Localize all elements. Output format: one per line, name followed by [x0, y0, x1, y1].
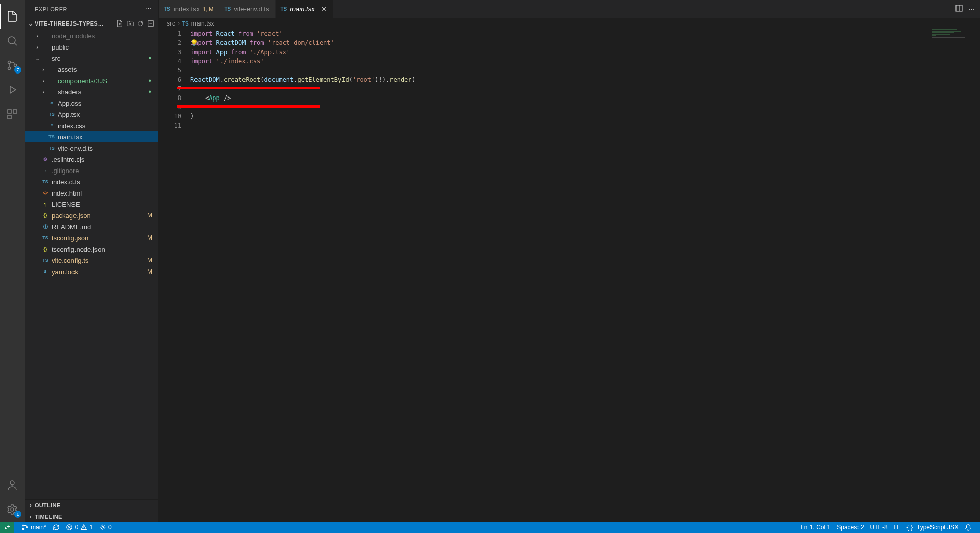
ts-icon: TS	[182, 21, 189, 27]
file-label: index.css	[58, 122, 153, 130]
breadcrumbs[interactable]: src › TS main.tsx	[159, 18, 980, 29]
status-notifications[interactable]	[962, 524, 975, 531]
file-item[interactable]: #index.css	[24, 120, 158, 131]
status-encoding[interactable]: UTF-8	[867, 524, 891, 531]
file-item[interactable]: {}package.jsonM	[24, 210, 158, 221]
file-item[interactable]: ◦.gitignore	[24, 165, 158, 176]
redaction-bar	[177, 105, 320, 108]
code-content[interactable]: import React from 'react' 💡import ReactD…	[190, 29, 980, 522]
svg-point-13	[26, 527, 28, 528]
redaction-bar	[177, 87, 320, 89]
split-editor-icon[interactable]	[955, 4, 963, 14]
file-item[interactable]: TStsconfig.jsonM	[24, 232, 158, 244]
file-label: LICENSE	[52, 201, 153, 208]
remote-indicator[interactable]	[0, 522, 14, 533]
file-label: assets	[58, 66, 153, 74]
code-editor[interactable]: 1234567891011 import React from 'react' …	[159, 29, 980, 522]
tab-label: index.tsx	[174, 5, 200, 13]
activity-account[interactable]	[0, 473, 24, 497]
status-eol[interactable]: LF	[891, 524, 904, 531]
folder-item[interactable]: ⌄src•	[24, 53, 158, 64]
chevron-right-icon: ›	[27, 513, 35, 520]
line-number: 10	[159, 112, 181, 121]
file-item[interactable]: ⓘREADME.md	[24, 221, 158, 232]
file-item[interactable]: ⬇yarn.lockM	[24, 266, 158, 277]
chevron-icon: ›	[34, 33, 41, 39]
collapse-icon[interactable]	[146, 19, 155, 28]
git-modified-indicator: M	[147, 212, 153, 219]
explorer-project-header[interactable]: ⌄ VITE-THREEJS-TYPES...	[24, 18, 158, 29]
activity-search[interactable]	[0, 29, 24, 53]
status-problems[interactable]: 0 1	[63, 524, 96, 531]
close-icon[interactable]: ✕	[320, 5, 328, 13]
tab-bar: TSindex.tsx1, MTSvite-env.d.tsTSmain.tsx…	[159, 0, 980, 18]
file-item[interactable]: TSApp.tsx	[24, 109, 158, 120]
scm-badge: 7	[14, 66, 21, 74]
file-label: main.tsx	[58, 133, 153, 141]
svg-rect-6	[8, 115, 11, 119]
activity-settings[interactable]: 1	[0, 497, 24, 522]
file-label: vite-env.d.ts	[58, 144, 153, 152]
file-icon: ⓘ	[41, 224, 50, 230]
svg-point-8	[11, 508, 14, 511]
breadcrumb-item[interactable]: main.tsx	[191, 20, 214, 27]
file-icon: ⬇	[41, 269, 50, 274]
file-icon: ◦	[41, 168, 50, 173]
tab-label: main.tsx	[290, 5, 314, 13]
file-item[interactable]: #App.css	[24, 98, 158, 109]
refresh-icon[interactable]	[136, 19, 145, 28]
file-item[interactable]: {}tsconfig.node.json	[24, 244, 158, 255]
svg-point-0	[8, 37, 15, 44]
file-item[interactable]: TSvite.config.tsM	[24, 255, 158, 266]
lightbulb-icon[interactable]: 💡	[190, 38, 198, 47]
folder-item[interactable]: ›components/3JS•	[24, 75, 158, 86]
tab-label: vite-env.d.ts	[234, 5, 269, 13]
folder-item[interactable]: ›node_modules	[24, 30, 158, 41]
file-item[interactable]: TSindex.d.ts	[24, 176, 158, 187]
activity-explorer[interactable]	[0, 4, 24, 29]
file-label: shaders	[58, 88, 148, 96]
outline-header[interactable]: › OUTLINE	[24, 499, 158, 511]
sidebar-more-icon[interactable]: ⋯	[145, 6, 152, 12]
git-modified-indicator: M	[147, 257, 153, 264]
editor-tab[interactable]: TSmain.tsx✕	[276, 0, 334, 18]
file-item[interactable]: ¶LICENSE	[24, 199, 158, 210]
new-file-icon[interactable]	[115, 19, 125, 28]
status-bar: main* 0 1 0 Ln 1, Col 1 Spaces: 2 UTF-8 …	[0, 522, 980, 533]
minimap[interactable]	[932, 29, 973, 90]
activity-debug[interactable]	[0, 78, 24, 102]
folder-item[interactable]: ›public	[24, 41, 158, 53]
status-sync[interactable]	[50, 524, 63, 531]
file-label: src	[52, 55, 148, 62]
folder-item[interactable]: ›assets	[24, 64, 158, 75]
timeline-header[interactable]: › TIMELINE	[24, 511, 158, 522]
editor-tab[interactable]: TSindex.tsx1, M	[159, 0, 219, 18]
more-icon[interactable]: ⋯	[968, 5, 975, 13]
status-lang[interactable]: { }TypeScript JSX	[904, 524, 962, 531]
file-item[interactable]: ⚙.eslintrc.cjs	[24, 154, 158, 165]
file-label: .eslintrc.cjs	[52, 156, 153, 163]
breadcrumb-item[interactable]: src	[167, 20, 175, 27]
folder-item[interactable]: ›shaders•	[24, 86, 158, 98]
activity-extensions[interactable]	[0, 102, 24, 127]
editor-tab[interactable]: TSvite-env.d.ts	[219, 0, 276, 18]
git-modified-indicator: M	[147, 268, 153, 275]
new-folder-icon[interactable]	[126, 19, 135, 28]
ts-icon: TS	[225, 6, 231, 12]
file-label: node_modules	[52, 32, 153, 40]
file-label: public	[52, 43, 153, 51]
status-spaces[interactable]: Spaces: 2	[834, 524, 867, 531]
git-untracked-indicator: •	[148, 56, 153, 61]
status-ports[interactable]: 0	[96, 524, 115, 531]
settings-badge: 1	[14, 511, 21, 518]
file-item[interactable]: TSmain.tsx	[24, 131, 158, 142]
svg-rect-5	[13, 110, 17, 113]
activity-scm[interactable]: 7	[0, 53, 24, 78]
file-icon: TS	[47, 146, 56, 151]
file-item[interactable]: <>index.html	[24, 187, 158, 199]
status-branch[interactable]: main*	[18, 524, 50, 531]
line-number: 4	[159, 57, 181, 66]
file-icon: <>	[41, 190, 50, 196]
status-cursor[interactable]: Ln 1, Col 1	[798, 524, 834, 531]
file-item[interactable]: TSvite-env.d.ts	[24, 142, 158, 154]
